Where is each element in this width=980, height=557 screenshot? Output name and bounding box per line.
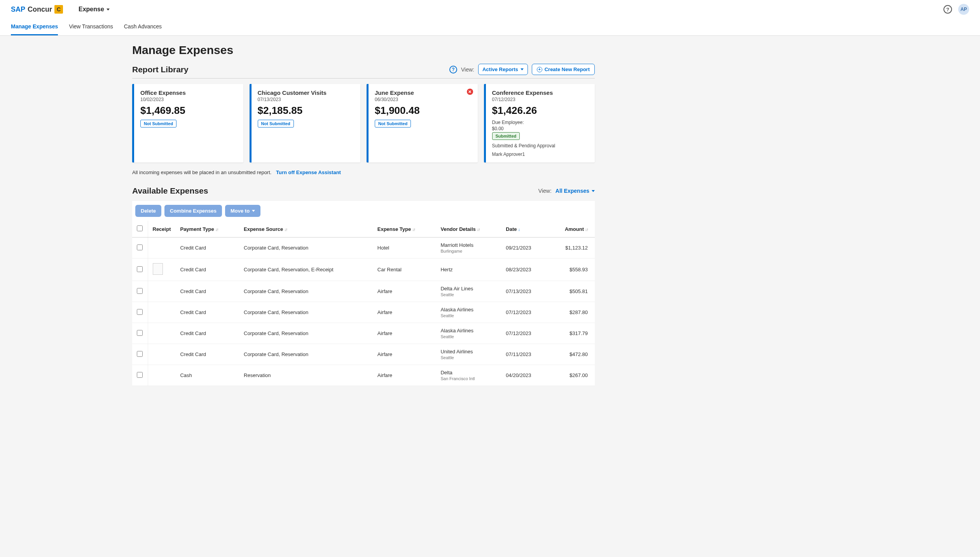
row-checkbox[interactable]	[137, 266, 143, 272]
col-vendor[interactable]: Vendor Details↓↑	[436, 221, 501, 237]
select-all-checkbox[interactable]	[137, 225, 143, 231]
nav-expense-dropdown[interactable]: Expense	[79, 6, 110, 13]
card-title: Office Expenses	[140, 89, 237, 96]
move-to-button[interactable]: Move to	[225, 205, 260, 217]
all-expenses-label: All Expenses	[556, 188, 589, 194]
turn-off-assistant-link[interactable]: Turn off Expense Assistant	[276, 169, 341, 175]
cell-amount: $472.80	[548, 344, 595, 365]
tab-view-transactions[interactable]: View Transactions	[69, 19, 113, 35]
card-title: Conference Expenses	[492, 89, 589, 96]
col-amount[interactable]: Amount↓↑	[548, 221, 595, 237]
card-amount: $1,900.48	[375, 105, 472, 117]
cell-date: 07/11/2023	[501, 344, 548, 365]
sort-icon: ↓↑	[412, 227, 415, 232]
status-badge: Not Submitted	[140, 120, 176, 127]
cell-expense-source: Corporate Card, Reservation	[239, 281, 373, 302]
status-badge: Not Submitted	[375, 120, 411, 127]
report-card[interactable]: Chicago Customer Visits 07/13/2023 $2,18…	[250, 84, 361, 162]
card-amount: $2,185.85	[258, 105, 355, 117]
active-reports-dropdown[interactable]: Active Reports	[478, 64, 528, 75]
report-library-help-icon[interactable]: ?	[449, 66, 457, 73]
receipt-thumb-icon[interactable]	[153, 263, 163, 275]
cell-vendor: United AirlinesSeattle	[436, 344, 501, 365]
expense-assistant-row: All incoming expenses will be placed in …	[132, 169, 595, 175]
cell-expense-source: Reservation	[239, 365, 373, 386]
report-card[interactable]: Office Expenses 10/02/2023 $1,469.85Not …	[132, 84, 243, 162]
cell-date: 08/23/2023	[501, 258, 548, 281]
cell-payment-type: Credit Card	[175, 281, 239, 302]
vendor-sub: Seattle	[440, 292, 496, 297]
subnav: Manage Expenses View Transactions Cash A…	[0, 19, 980, 36]
vendor-sub: Seattle	[440, 355, 496, 360]
card-footer-approver: Mark Approver1	[492, 152, 589, 157]
vendor-sub: San Francisco Intl	[440, 376, 496, 381]
active-reports-label: Active Reports	[482, 66, 518, 72]
cell-expense-source: Corporate Card, Reservation	[239, 344, 373, 365]
chevron-down-icon	[252, 210, 255, 212]
error-icon: ✕	[467, 89, 473, 95]
col-date[interactable]: Date↓	[501, 221, 548, 237]
card-date: 06/30/2023	[375, 97, 472, 102]
available-expenses-title: Available Expenses	[132, 186, 208, 196]
cell-date: 07/12/2023	[501, 323, 548, 344]
row-checkbox[interactable]	[137, 244, 143, 250]
table-row[interactable]: Credit Card Corporate Card, Reservation …	[132, 302, 595, 323]
cell-payment-type: Credit Card	[175, 323, 239, 344]
col-payment-type[interactable]: Payment Type↓↑	[175, 221, 239, 237]
delete-button[interactable]: Delete	[135, 205, 161, 217]
available-view-label: View:	[538, 188, 552, 194]
cell-expense-type: Hotel	[373, 237, 436, 258]
page-title: Manage Expenses	[132, 44, 595, 57]
all-expenses-dropdown[interactable]: All Expenses	[556, 188, 595, 194]
table-row[interactable]: Credit Card Corporate Card, Reservation …	[132, 323, 595, 344]
status-badge: Submitted	[492, 132, 520, 140]
expenses-table: Receipt Payment Type↓↑ Expense Source↓↑ …	[132, 221, 595, 386]
topbar: SAP Concur C Expense ? AP	[0, 0, 980, 19]
table-row[interactable]: Credit Card Corporate Card, Reservation …	[132, 344, 595, 365]
cell-receipt	[148, 281, 175, 302]
logo[interactable]: SAP Concur C	[11, 5, 63, 14]
plus-icon: +	[537, 67, 542, 72]
row-checkbox[interactable]	[137, 309, 143, 315]
help-icon[interactable]: ?	[943, 5, 952, 14]
cell-expense-source: Corporate Card, Reservation	[239, 323, 373, 344]
cell-expense-source: Corporate Card, Reservation, E-Receipt	[239, 258, 373, 281]
card-amount: $1,426.26	[492, 105, 589, 117]
row-checkbox[interactable]	[137, 351, 143, 357]
sort-icon: ↓↑	[284, 227, 287, 232]
row-checkbox[interactable]	[137, 372, 143, 378]
sort-icon: ↓↑	[477, 227, 480, 232]
tab-cash-advances[interactable]: Cash Advances	[124, 19, 162, 35]
tab-manage-expenses[interactable]: Manage Expenses	[11, 19, 58, 35]
create-new-report-button[interactable]: + Create New Report	[532, 64, 595, 75]
table-row[interactable]: Credit Card Corporate Card, Reservation …	[132, 237, 595, 258]
report-card[interactable]: June Expense 06/30/2023 $1,900.48✕Not Su…	[367, 84, 478, 162]
logo-concur-text: Concur	[28, 5, 52, 14]
cell-amount: $267.00	[548, 365, 595, 386]
table-row[interactable]: Credit Card Corporate Card, Reservation …	[132, 281, 595, 302]
nav-expense-label: Expense	[79, 6, 104, 13]
report-card[interactable]: Conference Expenses 07/12/2023 $1,426.26…	[484, 84, 595, 162]
avatar[interactable]: AP	[958, 4, 969, 15]
col-receipt: Receipt	[148, 221, 175, 237]
combine-expenses-button[interactable]: Combine Expenses	[164, 205, 222, 217]
col-expense-source[interactable]: Expense Source↓↑	[239, 221, 373, 237]
row-checkbox[interactable]	[137, 288, 143, 294]
vendor-sub: Seattle	[440, 313, 496, 318]
row-checkbox[interactable]	[137, 330, 143, 336]
cell-receipt	[148, 323, 175, 344]
col-expense-type[interactable]: Expense Type↓↑	[373, 221, 436, 237]
cell-receipt	[148, 258, 175, 281]
table-row[interactable]: Cash Reservation Airfare DeltaSan Franci…	[132, 365, 595, 386]
cell-expense-source: Corporate Card, Reservation	[239, 237, 373, 258]
cell-amount: $505.81	[548, 281, 595, 302]
table-row[interactable]: Credit Card Corporate Card, Reservation,…	[132, 258, 595, 281]
report-library-title: Report Library	[132, 65, 189, 74]
card-date: 07/12/2023	[492, 97, 589, 102]
cell-date: 07/13/2023	[501, 281, 548, 302]
cell-amount: $287.80	[548, 302, 595, 323]
move-to-label: Move to	[231, 208, 250, 214]
col-check	[132, 221, 148, 237]
card-amount: $1,469.85	[140, 105, 237, 117]
cell-expense-type: Airfare	[373, 344, 436, 365]
